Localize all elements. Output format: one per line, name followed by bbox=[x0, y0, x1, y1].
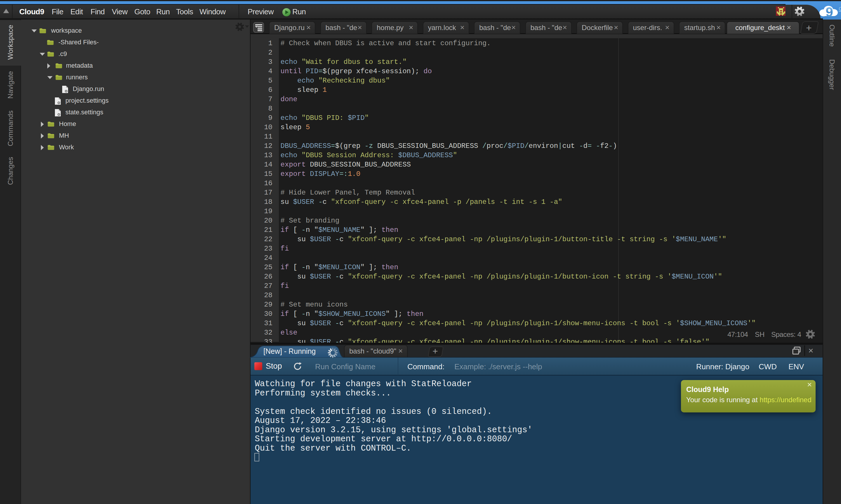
svg-text:9: 9 bbox=[825, 4, 833, 18]
